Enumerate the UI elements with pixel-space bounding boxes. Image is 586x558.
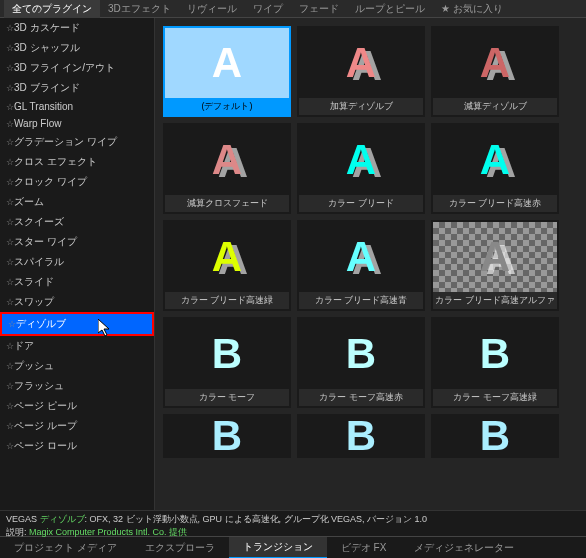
bottom-tab-2[interactable]: トランジション bbox=[229, 537, 327, 559]
preset-thumbnail: B bbox=[299, 416, 423, 456]
preset-thumbnail: B bbox=[299, 319, 423, 389]
preset-label: カラー モーフ高速赤 bbox=[299, 389, 423, 406]
preset-label: カラー ブリード高速緑 bbox=[165, 292, 289, 309]
preset-label: (デフォルト) bbox=[165, 98, 289, 115]
preset-tile-1[interactable]: A加算ディゾルブ bbox=[297, 26, 425, 117]
bottom-tab-0[interactable]: プロジェクト メディア bbox=[0, 538, 131, 558]
sidebar-item-9[interactable]: ズーム bbox=[0, 192, 154, 212]
preset-thumbnail: B bbox=[433, 416, 557, 456]
top-tab-6[interactable]: お気に入り bbox=[433, 0, 511, 18]
preset-label: カラー ブリード高速アルファ bbox=[433, 292, 557, 309]
sidebar-item-17[interactable]: プッシュ bbox=[0, 356, 154, 376]
sidebar-item-12[interactable]: スパイラル bbox=[0, 252, 154, 272]
top-tab-4[interactable]: フェード bbox=[291, 0, 347, 18]
preset-thumbnail: A bbox=[165, 28, 289, 98]
status-details: : OFX, 32 ビット浮動小数点, GPU による高速化, グループ化 VE… bbox=[85, 514, 428, 524]
preset-label: カラー ブリード高速赤 bbox=[433, 195, 557, 212]
top-tab-1[interactable]: 3Dエフェクト bbox=[100, 0, 179, 18]
preset-tile-6[interactable]: Aカラー ブリード高速緑 bbox=[163, 220, 291, 311]
preset-label: カラー ブリード高速青 bbox=[299, 292, 423, 309]
preset-tile-11[interactable]: Bカラー モーフ高速緑 bbox=[431, 317, 559, 408]
top-tab-bar: 全てのプラグイン3Dエフェクトリヴィールワイプフェードループとピールお気に入り bbox=[0, 0, 586, 18]
preset-tile-14[interactable]: B bbox=[431, 414, 559, 458]
top-tab-3[interactable]: ワイプ bbox=[245, 0, 291, 18]
preset-label: 減算クロスフェード bbox=[165, 195, 289, 212]
sidebar-item-14[interactable]: スワップ bbox=[0, 292, 154, 312]
preset-content: A(デフォルト)A加算ディゾルブA減算ディゾルブA減算クロスフェードAカラー ブ… bbox=[155, 18, 586, 510]
status-plugin-name: ディゾルブ bbox=[40, 514, 85, 524]
preset-thumbnail: A bbox=[433, 222, 557, 292]
preset-tile-9[interactable]: Bカラー モーフ bbox=[163, 317, 291, 408]
preset-tile-7[interactable]: Aカラー ブリード高速青 bbox=[297, 220, 425, 311]
preset-thumbnail: A bbox=[433, 125, 557, 195]
bottom-tab-1[interactable]: エクスプローラ bbox=[131, 538, 229, 558]
preset-tile-13[interactable]: B bbox=[297, 414, 425, 458]
preset-tile-0[interactable]: A(デフォルト) bbox=[163, 26, 291, 117]
sidebar-item-4[interactable]: GL Transition bbox=[0, 98, 154, 115]
sidebar-item-16[interactable]: ドア bbox=[0, 336, 154, 356]
preset-label: 減算ディゾルブ bbox=[433, 98, 557, 115]
preset-grid: A(デフォルト)A加算ディゾルブA減算ディゾルブA減算クロスフェードAカラー ブ… bbox=[163, 26, 578, 458]
preset-thumbnail: B bbox=[165, 319, 289, 389]
preset-label: カラー ブリード bbox=[299, 195, 423, 212]
preset-tile-3[interactable]: A減算クロスフェード bbox=[163, 123, 291, 214]
bottom-tab-3[interactable]: ビデオ FX bbox=[327, 538, 401, 558]
preset-label: カラー モーフ bbox=[165, 389, 289, 406]
status-bar: VEGAS ディゾルブ: OFX, 32 ビット浮動小数点, GPU による高速… bbox=[0, 510, 586, 536]
sidebar-item-10[interactable]: スクイーズ bbox=[0, 212, 154, 232]
sidebar-item-13[interactable]: スライド bbox=[0, 272, 154, 292]
sidebar-item-3[interactable]: 3D ブラインド bbox=[0, 78, 154, 98]
sidebar-item-2[interactable]: 3D フライ イン/アウト bbox=[0, 58, 154, 78]
sidebar-item-6[interactable]: グラデーション ワイプ bbox=[0, 132, 154, 152]
sidebar-item-7[interactable]: クロス エフェクト bbox=[0, 152, 154, 172]
preset-thumbnail: A bbox=[299, 28, 423, 98]
preset-thumbnail: A bbox=[433, 28, 557, 98]
status-product: VEGAS bbox=[6, 514, 40, 524]
plugin-sidebar[interactable]: 3D カスケード3D シャッフル3D フライ イン/アウト3D ブラインドGL … bbox=[0, 18, 155, 510]
preset-thumbnail: A bbox=[299, 222, 423, 292]
preset-thumbnail: A bbox=[299, 125, 423, 195]
preset-label: カラー モーフ高速緑 bbox=[433, 389, 557, 406]
sidebar-item-21[interactable]: ページ ロール bbox=[0, 436, 154, 456]
preset-tile-2[interactable]: A減算ディゾルブ bbox=[431, 26, 559, 117]
top-tab-5[interactable]: ループとピール bbox=[347, 0, 433, 18]
top-tab-0[interactable]: 全てのプラグイン bbox=[4, 0, 100, 18]
preset-thumbnail: A bbox=[165, 125, 289, 195]
status-desc-label: 説明: bbox=[6, 527, 29, 537]
sidebar-item-15[interactable]: ディゾルブ bbox=[0, 312, 154, 336]
sidebar-item-5[interactable]: Warp Flow bbox=[0, 115, 154, 132]
main-area: 3D カスケード3D シャッフル3D フライ イン/アウト3D ブラインドGL … bbox=[0, 18, 586, 510]
preset-thumbnail: B bbox=[433, 319, 557, 389]
sidebar-item-11[interactable]: スター ワイプ bbox=[0, 232, 154, 252]
sidebar-item-20[interactable]: ページ ループ bbox=[0, 416, 154, 436]
preset-tile-12[interactable]: B bbox=[163, 414, 291, 458]
sidebar-item-8[interactable]: クロック ワイプ bbox=[0, 172, 154, 192]
preset-thumbnail: A bbox=[165, 222, 289, 292]
status-desc: Magix Computer Products Intl. Co. 提供 bbox=[29, 527, 187, 537]
preset-label: 加算ディゾルブ bbox=[299, 98, 423, 115]
preset-thumbnail: B bbox=[165, 416, 289, 456]
preset-tile-5[interactable]: Aカラー ブリード高速赤 bbox=[431, 123, 559, 214]
top-tab-2[interactable]: リヴィール bbox=[179, 0, 245, 18]
sidebar-item-1[interactable]: 3D シャッフル bbox=[0, 38, 154, 58]
preset-tile-10[interactable]: Bカラー モーフ高速赤 bbox=[297, 317, 425, 408]
preset-tile-4[interactable]: Aカラー ブリード bbox=[297, 123, 425, 214]
sidebar-item-0[interactable]: 3D カスケード bbox=[0, 18, 154, 38]
preset-tile-8[interactable]: Aカラー ブリード高速アルファ bbox=[431, 220, 559, 311]
bottom-tab-4[interactable]: メディジェネレーター bbox=[400, 538, 528, 558]
bottom-tab-bar: プロジェクト メディアエクスプローラトランジションビデオ FXメディジェネレータ… bbox=[0, 536, 586, 558]
sidebar-item-18[interactable]: フラッシュ bbox=[0, 376, 154, 396]
sidebar-item-19[interactable]: ページ ピール bbox=[0, 396, 154, 416]
